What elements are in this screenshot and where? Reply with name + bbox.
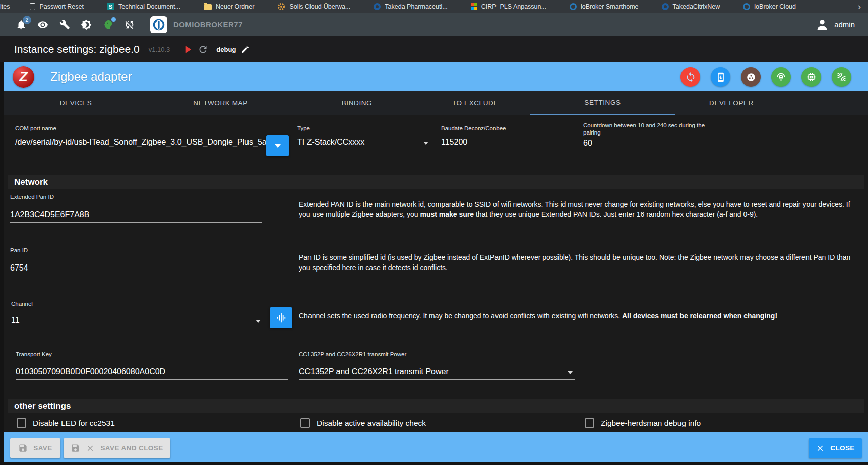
baudrate-input[interactable]: 115200 [441,136,572,150]
refresh-icon[interactable] [198,44,208,55]
bookmark-item[interactable]: TakedaCitrixNew [662,3,720,10]
tab-settings[interactable]: SETTINGS [530,91,675,115]
status-dot [111,17,116,22]
chevron-down-icon [568,371,573,374]
type-select[interactable]: TI Z-Stack/CCxxxx [297,136,431,150]
countdown-input[interactable]: 60 [583,137,713,151]
save-button-label: SAVE [33,444,52,452]
bookmark-item[interactable]: ioBroker Smarthome [570,3,639,10]
save-button[interactable]: SAVE [10,438,60,458]
pairing-tethering-icon[interactable] [771,67,791,87]
close-icon [86,444,95,453]
chevron-down-icon [423,142,428,145]
bookmark-item[interactable]: CIRP_PLS Anpassun... [471,3,546,10]
tab-binding[interactable]: BINDING [293,91,420,115]
iobroker-ring-icon [743,3,750,10]
bookmark-label: ioBroker Cloud [754,3,796,10]
com-port-dropdown-button[interactable] [266,135,289,156]
extended-pan-id-label: Extended Pan ID [10,193,262,201]
network-section-header: Network [8,175,864,189]
iobroker-ring-icon [570,3,577,10]
bookmark-item[interactable]: Solis Cloud-Überwa... [277,3,350,11]
channel-label: Channel [11,300,263,307]
bookmark-label: ites [0,3,10,10]
extended-pan-id-description: Extended PAN ID is the main network id, … [299,200,858,219]
bookmark-item[interactable]: Passwort Reset [30,3,84,10]
instance-version: v1.10.3 [149,46,170,53]
pan-id-input[interactable]: 6754 [10,262,285,276]
bookmark-item[interactable]: Neuer Ordner [204,3,254,10]
bookmark-label: Solis Cloud-Überwa... [289,3,350,10]
footer-bar: SAVE SAVE AND CLOSE CLOSE [4,432,868,462]
transport-key-input[interactable]: 01030507090B0D0F00020406080A0C0D [16,366,288,380]
bookmark-item[interactable]: ioBroker Cloud [743,3,796,10]
bookmark-item-clipped[interactable]: ites [0,3,10,10]
instance-settings-bar: Instance settings: zigbee.0 v1.10.3 debu… [0,36,868,62]
restart-sync-icon[interactable] [680,67,700,87]
tab-devices[interactable]: DEVICES [4,91,148,115]
checkbox-icon [17,418,26,428]
iobroker-logo[interactable] [150,16,167,33]
close-button[interactable]: CLOSE [809,438,862,458]
save-icon [71,443,80,453]
pencil-icon[interactable] [241,45,250,54]
touchlink-icon[interactable] [741,67,761,87]
ms-grid-icon [471,3,477,10]
other-settings-title: other settings [14,401,71,411]
visibility-icon[interactable] [37,19,49,31]
transport-key-field: Transport Key 01030507090B0D0F0002040608… [16,351,288,380]
tab-network-map[interactable]: NETWORK MAP [148,91,293,115]
countdown-field: Countdown between 10 and 240 sec during … [583,122,713,151]
log-level-label: debug [216,46,236,53]
tab-bar: DEVICES NETWORK MAP BINDING TO EXCLUDE S… [4,91,868,115]
channel-select[interactable]: 11 [11,314,263,328]
firmware-chip-icon[interactable] [801,67,821,87]
save-and-close-button[interactable]: SAVE AND CLOSE [64,438,170,458]
chevron-right-icon[interactable]: › [858,3,861,10]
page-icon [30,3,35,10]
checkbox-disable-availability[interactable]: Disable active availability check [300,418,426,428]
transmit-power-select[interactable]: CC1352P and CC26X2R1 transmit Power [299,366,575,380]
com-port-input[interactable]: /dev/serial/by-id/usb-ITead_Sonoff_Zigbe… [15,136,266,150]
checkbox-label: Zigbee-herdsman debug info [601,418,701,428]
transmit-power-label: CC1352P and CC26X2R1 transmit Power [299,351,575,358]
countdown-label: Countdown between 10 and 240 sec during … [583,122,714,136]
type-field: Type TI Z-Stack/CCxxxx [297,125,431,150]
sync-disabled-icon[interactable] [123,19,136,31]
blue-ring-icon [374,3,381,10]
baudrate-field: Baudate Deconz/Conbee 115200 [441,125,572,150]
channel-scan-button[interactable] [270,307,292,328]
bookmark-item[interactable]: Takeda Pharmaceuti... [374,3,447,10]
chevron-down-icon [256,320,261,323]
tab-developer[interactable]: DEVELOPER [675,91,788,115]
network-leak-icon[interactable] [832,67,851,87]
folder-icon [204,4,212,10]
bookmark-label: TakedaCitrixNew [673,3,720,10]
theme-icon[interactable] [80,19,92,31]
phone-update-icon[interactable] [711,67,730,87]
bell-icon[interactable]: 2 [15,19,27,31]
com-port-label: COM port name [15,125,266,132]
settings-panel: COM port name /dev/serial/by-id/usb-ITea… [4,115,868,432]
type-label: Type [297,125,431,132]
user-icon [815,18,829,32]
bookmark-label: Takeda Pharmaceuti... [385,3,447,10]
tab-to-exclude[interactable]: TO EXCLUDE [420,91,530,115]
notification-badge: 2 [23,16,31,24]
bookmark-label: Passwort Reset [39,3,84,10]
instance-title: Instance settings: zigbee.0 [14,43,140,55]
zigbee-logo: Z [13,66,34,88]
com-port-field: COM port name /dev/serial/by-id/usb-ITea… [15,125,266,150]
host-status-icon[interactable] [102,19,114,31]
checkbox-disable-led[interactable]: Disable LED for cc2531 [17,418,115,428]
wrench-icon[interactable] [58,19,71,31]
checkbox-herdsman-debug[interactable]: Zigbee-herdsman debug info [585,418,701,428]
extended-pan-id-field: Extended Pan ID 1A2B3C4D5E6F7A8B [10,193,262,223]
play-icon[interactable] [182,44,194,55]
channel-description: Channel sets the used radio frequency. I… [299,311,858,321]
blue-ring-icon [662,3,669,10]
extended-pan-id-input[interactable]: 1A2B3C4D5E6F7A8B [10,209,262,223]
user-menu[interactable]: admin [815,18,855,32]
bookmark-item[interactable]: STechnical Document... [107,3,180,10]
bookmark-label: Neuer Ordner [216,3,254,10]
